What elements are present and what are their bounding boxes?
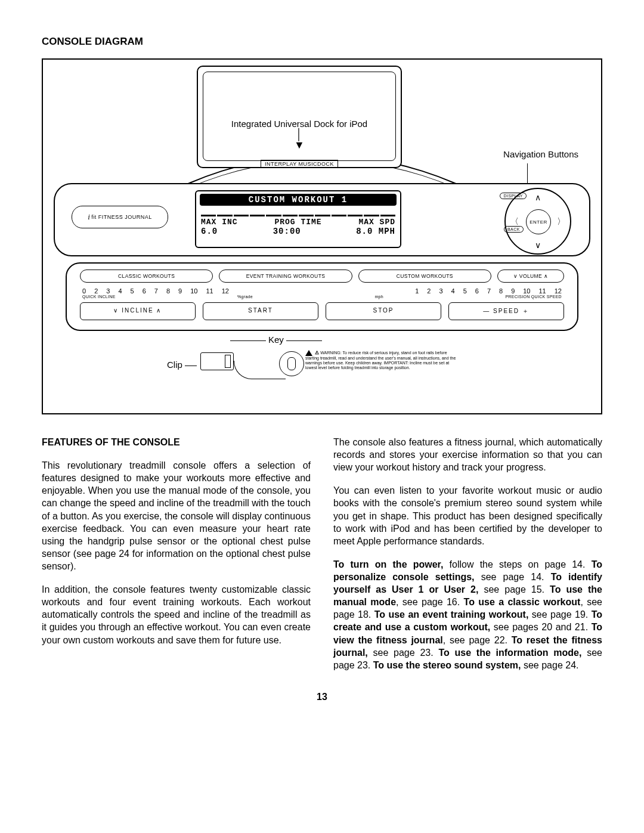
clip-label: Clip <box>167 360 182 370</box>
dock-brand: INTERPLAY MUSICDOCK <box>261 160 338 168</box>
nav-pad[interactable]: ∧ ∨ 〈 〉 ENTER <box>504 188 571 255</box>
custom-workouts-button[interactable]: CUSTOM WORKOUTS <box>358 270 491 283</box>
lcd-header: CUSTOM WORKOUT 1 <box>200 194 397 206</box>
warning-text: ⚠ WARNING: To reduce risk of serious inj… <box>305 350 460 370</box>
arrow-down-icon: │▼ <box>294 129 305 150</box>
lcd-screen: CUSTOM WORKOUT 1 MAX INC PROG TIME MAX S… <box>195 190 401 248</box>
display-panel: ifit FITNESS JOURNAL CUSTOM WORKOUT 1 MA… <box>54 183 590 256</box>
console-diagram: Integrated Universal Dock for iPod │▼ IN… <box>42 58 602 414</box>
nav-down-icon[interactable]: ∨ <box>506 240 570 250</box>
nav-right-icon[interactable]: 〉 <box>557 216 565 227</box>
instructions-index: To turn on the power, follow the steps o… <box>333 558 602 671</box>
start-button[interactable]: START <box>203 302 318 320</box>
classic-workouts-button[interactable]: CLASSIC WORKOUTS <box>80 270 213 283</box>
event-training-button[interactable]: EVENT TRAINING WORKOUTS <box>219 270 352 283</box>
body-text: FEATURES OF THE CONSOLE This revolutiona… <box>42 436 602 671</box>
key-label: Key <box>268 335 284 345</box>
incline-button[interactable]: ∨ INCLINE ∧ <box>80 302 196 320</box>
enter-button[interactable]: ENTER <box>526 209 551 234</box>
features-heading: FEATURES OF THE CONSOLE <box>42 436 311 448</box>
clip-icon <box>200 352 234 370</box>
nav-buttons-callout: Navigation Buttons <box>503 149 578 159</box>
dock-label: Integrated Universal Dock for iPod <box>231 119 367 129</box>
ipod-dock: Integrated Universal Dock for iPod │▼ IN… <box>197 66 402 168</box>
key-icon <box>279 351 304 376</box>
quick-speed-keys[interactable]: 123456789101112 <box>415 287 562 295</box>
quick-incline-keys[interactable]: 023456789101112 <box>82 287 229 295</box>
fitness-journal-button[interactable]: ifit FITNESS JOURNAL <box>72 206 168 228</box>
nav-left-icon[interactable]: 〈 <box>510 216 519 227</box>
page-number: 13 <box>42 692 602 702</box>
volume-button[interactable]: ∨ VOLUME ∧ <box>497 270 564 283</box>
section-title: CONSOLE DIAGRAM <box>42 36 602 48</box>
nav-up-icon[interactable]: ∧ <box>506 193 570 202</box>
stop-button[interactable]: STOP <box>326 302 441 320</box>
button-panel: CLASSIC WORKOUTS EVENT TRAINING WORKOUTS… <box>66 262 578 331</box>
speed-button[interactable]: — SPEED ＋ <box>448 302 564 320</box>
